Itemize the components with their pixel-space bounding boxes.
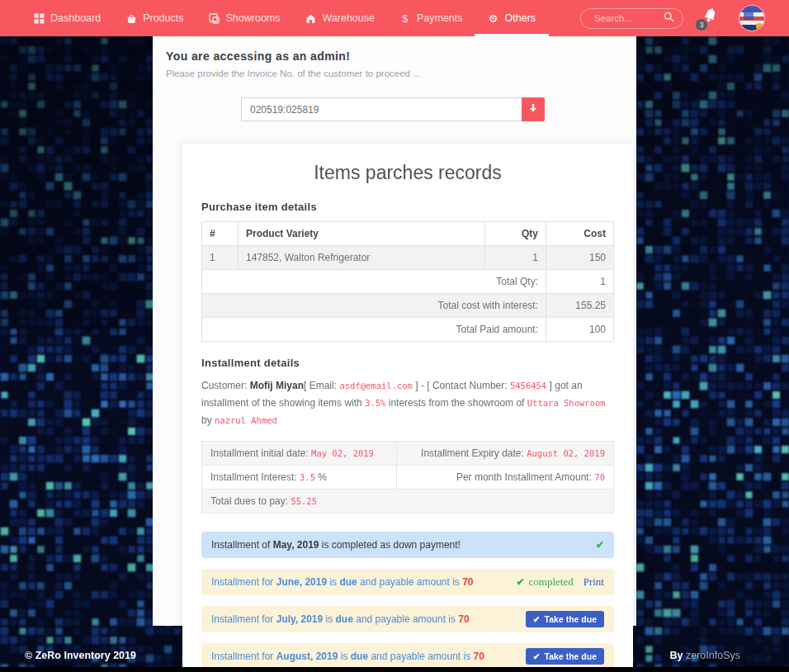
alert-is: is — [338, 651, 350, 662]
nav-item-warehouse[interactable]: Warehouse — [305, 0, 375, 36]
search-input[interactable] — [593, 12, 664, 24]
notification-count-badge: 3 — [696, 19, 707, 31]
nav-item-products[interactable]: Products — [125, 0, 183, 36]
gear-icon: ⚙ — [488, 12, 499, 24]
nav-menu: Dashboard Products Showrooms Warehouse — [33, 0, 536, 36]
top-navbar: Dashboard Products Showrooms Warehouse — [0, 0, 789, 36]
expiry-date-cell: Installment Expiry date: August 02, 2019 — [397, 442, 614, 466]
completed-label: completed — [529, 575, 574, 589]
main-content-panel: You are accessing as an admin! Please pr… — [153, 36, 636, 626]
alert-june: Installment for June, 2019 is due and pa… — [201, 569, 614, 595]
col-header-cost: Cost — [546, 222, 614, 246]
footer-brand[interactable]: zeroInfoSys — [686, 650, 740, 661]
alert-due: due — [339, 576, 357, 588]
alert-month: June, 2019 — [276, 576, 327, 588]
total-cost-value: 155.25 — [546, 294, 614, 318]
print-link[interactable]: Print — [583, 575, 604, 589]
alert-text: Installment of May, 2019 is completed as… — [211, 539, 596, 551]
nav-item-showrooms[interactable]: Showrooms — [209, 0, 281, 36]
alert-amount: 70 — [474, 651, 484, 662]
invoice-number-input[interactable] — [241, 97, 522, 121]
take-due-button[interactable]: ✔Take the due — [526, 648, 604, 665]
alert-due: due — [336, 613, 353, 625]
total-paid-label: Total Paid amount: — [202, 318, 546, 342]
dues-row: Total dues to pay: 55.25 — [202, 490, 614, 513]
alert-is: is — [327, 576, 339, 588]
interest-label: Installment Interest: — [210, 471, 300, 483]
nav-item-others[interactable]: ⚙ Others — [488, 0, 536, 36]
dashboard-grid-icon — [33, 12, 45, 24]
installment-details-table: Installment initial date: May 02, 2019 I… — [201, 441, 614, 513]
expiry-date-label: Installment Expiry date: — [421, 447, 527, 459]
notifications-button[interactable]: 3 — [702, 7, 721, 29]
total-qty-value: 1 — [546, 270, 614, 294]
alert-text: Installment for August, 2019 is due and … — [211, 651, 526, 662]
interest-suffix: % — [315, 471, 327, 483]
customer-email: asdf@email.com — [339, 381, 413, 390]
alert-due: due — [351, 651, 368, 662]
dues-label: Total dues to pay: — [210, 495, 291, 507]
nav-label: Others — [505, 12, 536, 24]
purchase-items-table: # Product Variety Qty Cost 1 147852, Wal… — [201, 221, 614, 342]
summary-text: by — [201, 414, 215, 426]
nav-item-dashboard[interactable]: Dashboard — [33, 0, 101, 36]
installment-amount-row: Installment Interest: 3.5 % Per month In… — [202, 466, 614, 490]
permonth-value: 70 — [594, 472, 605, 482]
take-due-button[interactable]: ✔Take the due — [526, 611, 604, 627]
alert-amount: 70 — [462, 576, 473, 588]
initial-date-cell: Installment initial date: May 02, 2019 — [202, 442, 397, 466]
check-icon: ✔ — [516, 576, 524, 588]
check-icon: ✔ — [533, 614, 541, 624]
home-icon — [305, 12, 317, 24]
check-icon: ✔ — [596, 539, 604, 551]
search-box[interactable] — [580, 8, 683, 29]
admin-access-subtitle: Please provide the Invoice No. of the cu… — [166, 69, 620, 78]
admin-access-title: You are accessing as an admin! — [166, 50, 620, 63]
installment-section-title: Installment details — [201, 357, 614, 369]
dollar-icon: $ — [399, 12, 411, 24]
nav-item-payments[interactable]: $ Payments — [399, 0, 463, 36]
footer-by: By — [670, 650, 686, 661]
total-paid-row: Total Paid amount: 100 — [202, 318, 614, 342]
contact-prefix: ] - [ Contact Number: — [413, 380, 510, 391]
col-header-num: # — [202, 222, 239, 246]
permonth-cell: Per month Installment Amount: 70 — [397, 466, 614, 490]
cell-qty: 1 — [485, 246, 546, 270]
alert-month: August, 2019 — [276, 651, 338, 662]
alert-down-payment: Installment of May, 2019 is completed as… — [201, 532, 614, 558]
alert-is: is — [323, 613, 335, 625]
navbar-right: 3 — [580, 6, 764, 31]
nav-label: Warehouse — [323, 12, 375, 24]
permonth-label: Per month Installment Amount: — [456, 471, 594, 483]
initial-date-label: Installment initial date: — [210, 447, 311, 459]
total-cost-label: Total cost with interest: — [202, 294, 546, 318]
invoice-input-group — [166, 97, 620, 121]
total-qty-label: Total Qty: — [202, 270, 546, 294]
take-due-label: Take the due — [545, 651, 597, 661]
expiry-date-value: August 02, 2019 — [527, 448, 605, 458]
invoice-submit-button[interactable] — [522, 97, 545, 121]
col-header-product: Product Variety — [239, 222, 485, 246]
alert-prefix: Installment for — [211, 613, 276, 625]
installment-dates-row: Installment initial date: May 02, 2019 I… — [202, 442, 614, 466]
alert-mid: and payable amount is — [357, 576, 462, 588]
check-icon: ✔ — [533, 651, 541, 661]
purchase-section-title: Purchase item details — [201, 201, 614, 213]
interest-value: 3.5 — [300, 472, 315, 482]
total-cost-row: Total cost with interest: 155.25 — [202, 294, 614, 318]
initial-date-value: May 02, 2019 — [311, 448, 374, 458]
alert-suffix: is completed as down payment! — [319, 539, 461, 551]
customer-summary: Customer: Mofij Miyan[ Email: asdf@email… — [201, 377, 614, 429]
alert-month: July, 2019 — [276, 613, 323, 625]
customer-label: Customer: — [201, 380, 250, 391]
search-icon — [664, 11, 674, 26]
alert-prefix: Installment of — [211, 539, 273, 551]
interest-rate: 3.5% — [365, 398, 385, 408]
card-title: Items parches records — [201, 162, 614, 184]
cell-num: 1 — [202, 246, 239, 270]
footer-copyright: © ZeRo Inventory 2019 — [25, 650, 136, 661]
user-avatar[interactable] — [739, 6, 764, 31]
table-row: 1 147852, Walton Refrigerator 1 150 — [202, 246, 614, 270]
alert-text: Installment for June, 2019 is due and pa… — [211, 576, 516, 588]
table-header-row: # Product Variety Qty Cost — [202, 222, 614, 246]
